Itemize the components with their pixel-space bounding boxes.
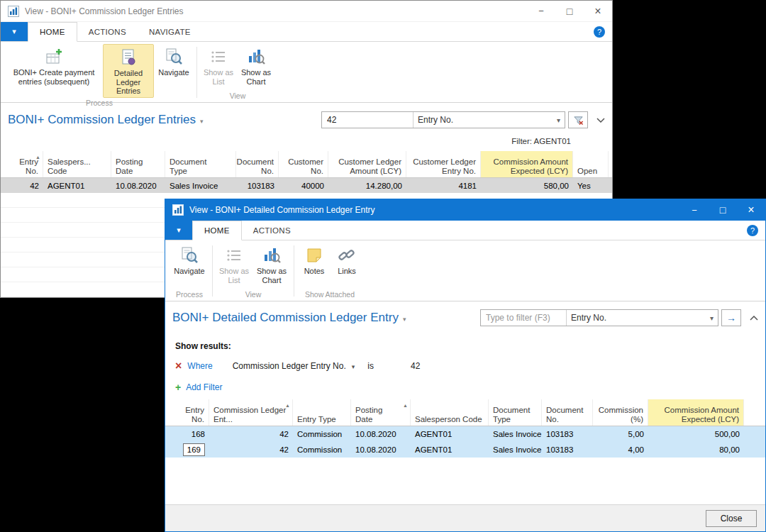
funnel-clear-icon	[573, 115, 584, 126]
cell-commission-amount-expected: 580,00	[481, 182, 573, 190]
tab-home[interactable]: HOME	[28, 22, 77, 42]
ribbon-group-view: Show as List Show as Chart View	[216, 243, 291, 301]
show-as-list-button[interactable]: Show as List	[216, 243, 252, 289]
cell-commission-amount-expected: 500,00	[648, 430, 744, 438]
window2-ribbon-tabs: HOME ACTIONS	[165, 221, 765, 240]
tab-navigate[interactable]: NAVIGATE	[138, 22, 202, 41]
chevron-up-icon[interactable]	[750, 316, 758, 321]
maximize-icon[interactable]	[709, 199, 737, 221]
detailed-ledger-entries-button[interactable]: Detailed Ledger Entries	[103, 44, 154, 98]
where-label[interactable]: Where	[187, 361, 212, 371]
column-header-document-no[interactable]: Document No.	[236, 151, 279, 177]
column-header-document-type[interactable]: Document Type	[165, 151, 236, 177]
application-menu-button[interactable]	[165, 221, 192, 240]
show-as-chart-button[interactable]: Show as Chart	[237, 44, 275, 91]
column-header-commission-amount-expected[interactable]: Commission Amount Expected (LCY)	[481, 151, 573, 177]
column-header-entry-type[interactable]: Entry Type	[293, 399, 351, 426]
group-label-show-attached: Show Attached	[297, 289, 362, 301]
filter-value[interactable]: 42	[411, 361, 420, 371]
table-row[interactable]: 168 42 Commission 10.08.2020 AGENT01 Sal…	[165, 426, 765, 442]
create-payment-entries-button[interactable]: BONI+ Create payment entries (subsequent…	[5, 44, 103, 98]
column-header-posting-date[interactable]: Posting Date	[351, 399, 411, 426]
filter-condition-row: Where Commission Ledger Entry No. is 42	[175, 358, 755, 374]
table-row[interactable]: 169 42 Commission 10.08.2020 AGENT01 Sal…	[165, 442, 765, 458]
column-header-commission-pct[interactable]: Commission (%)	[593, 399, 648, 426]
column-header-salesperson-code[interactable]: Salespers... Code	[43, 151, 111, 177]
show-as-list-label: Show as List	[203, 68, 234, 86]
filter-input[interactable]	[481, 310, 566, 326]
window2-titlebar[interactable]: View - BONI+ Detailed Commission Ledger …	[165, 199, 765, 221]
maximize-icon[interactable]	[555, 1, 584, 22]
column-header-commission-amount-expected[interactable]: Commission Amount Expected (LCY)	[648, 399, 744, 426]
tab-actions[interactable]: ACTIONS	[242, 221, 302, 240]
apply-filter-button[interactable]	[721, 309, 741, 326]
links-button[interactable]: Links	[331, 243, 362, 289]
cell-commission-ledger-entry-no: 42	[209, 430, 293, 438]
chart-icon	[262, 245, 282, 265]
column-header-document-no[interactable]: Document No.	[542, 399, 593, 426]
clear-filter-button[interactable]	[568, 111, 588, 128]
navigate-icon	[164, 47, 184, 67]
filter-field-dropdown[interactable]: Entry No.	[566, 310, 718, 326]
column-header-entry-no[interactable]: Entry No.	[12, 151, 43, 177]
cell-entry-no-focused[interactable]: 169	[174, 443, 209, 456]
list-icon	[224, 245, 244, 265]
show-as-list-button[interactable]: Show as List	[200, 44, 237, 91]
close-icon[interactable]	[584, 1, 612, 22]
column-header-document-type[interactable]: Document Type	[489, 399, 542, 426]
ribbon-separator	[196, 47, 197, 98]
bottom-action-bar: Close	[165, 504, 765, 531]
filter-field-dropdown[interactable]: Entry No.	[413, 112, 565, 128]
column-header-customer-ledger-entry-no[interactable]: Customer Ledger Entry No.	[406, 151, 481, 177]
add-filter-link[interactable]: Add Filter	[186, 382, 222, 392]
minimize-icon[interactable]	[680, 199, 709, 221]
page-title-caret-icon[interactable]	[403, 316, 406, 323]
window1-ribbon: BONI+ Create payment entries (subsequent…	[1, 42, 612, 103]
cell-document-type: Sales Invoice	[489, 430, 542, 438]
help-icon[interactable]	[594, 26, 605, 38]
column-header-salesperson-code[interactable]: Salesperson Code	[411, 399, 489, 426]
close-button[interactable]: Close	[706, 510, 757, 527]
column-header-posting-date[interactable]: Posting Date	[111, 151, 165, 177]
minimize-icon[interactable]	[527, 1, 555, 22]
desktop: View - BONI+ Commission Ledger Entries H…	[0, 0, 766, 532]
add-filter-row: Add Filter	[175, 379, 755, 395]
column-header-customer-no[interactable]: Customer No.	[279, 151, 328, 177]
show-as-chart-button[interactable]: Show as Chart	[252, 243, 291, 289]
column-header-entry-no[interactable]: Entry No.	[174, 399, 209, 426]
show-as-chart-label: Show as Chart	[255, 267, 288, 284]
sort-ascending-icon	[285, 401, 290, 411]
filter-pane: Show results: Where Commission Ledger En…	[165, 334, 765, 399]
chevron-down-icon[interactable]	[352, 363, 355, 370]
table-row[interactable]: 42 AGENT01 10.08.2020 Sales Invoice 1031…	[1, 178, 612, 193]
help-icon[interactable]	[747, 225, 758, 236]
filter-value-input[interactable]	[322, 112, 413, 128]
column-header-open[interactable]: Open	[573, 151, 609, 177]
window2-grid-header: Entry No. Commission Ledger Ent... Entry…	[165, 399, 765, 426]
remove-filter-icon[interactable]	[175, 360, 182, 372]
navigate-icon	[179, 245, 199, 265]
application-menu-button[interactable]	[1, 22, 28, 41]
tab-actions[interactable]: ACTIONS	[77, 22, 138, 41]
window2-title: View - BONI+ Detailed Commission Ledger …	[189, 205, 680, 215]
filter-field-selector[interactable]: Commission Ledger Entry No.	[233, 361, 346, 371]
page-title-caret-icon[interactable]	[200, 118, 204, 125]
chevron-down-icon[interactable]	[596, 118, 605, 123]
cell-entry-no: 42	[12, 182, 43, 190]
notes-button[interactable]: Notes	[297, 243, 331, 289]
detailed-commission-ledger-window: View - BONI+ Detailed Commission Ledger …	[165, 199, 766, 532]
navigate-button[interactable]: Navigate	[154, 44, 194, 98]
close-icon[interactable]	[737, 199, 765, 221]
cell-document-type: Sales Invoice	[489, 445, 542, 454]
column-header-commission-ledger-entry[interactable]: Commission Ledger Ent...	[209, 399, 293, 426]
tab-home[interactable]: HOME	[192, 221, 242, 240]
cell-document-no: 103183	[542, 445, 593, 454]
window2-ribbon: Navigate Process Show as List	[165, 240, 765, 301]
column-header-customer-ledger-amount[interactable]: Customer Ledger Amount (LCY)	[328, 151, 406, 177]
window1-titlebar[interactable]: View - BONI+ Commission Ledger Entries	[1, 1, 612, 22]
show-as-chart-label: Show as Chart	[240, 68, 272, 86]
navigate-button[interactable]: Navigate	[170, 243, 209, 289]
list-icon	[209, 47, 228, 67]
cell-posting-date: 10.08.2020	[351, 430, 411, 438]
detailed-ledger-label: Detailed Ledger Entries	[106, 69, 150, 96]
